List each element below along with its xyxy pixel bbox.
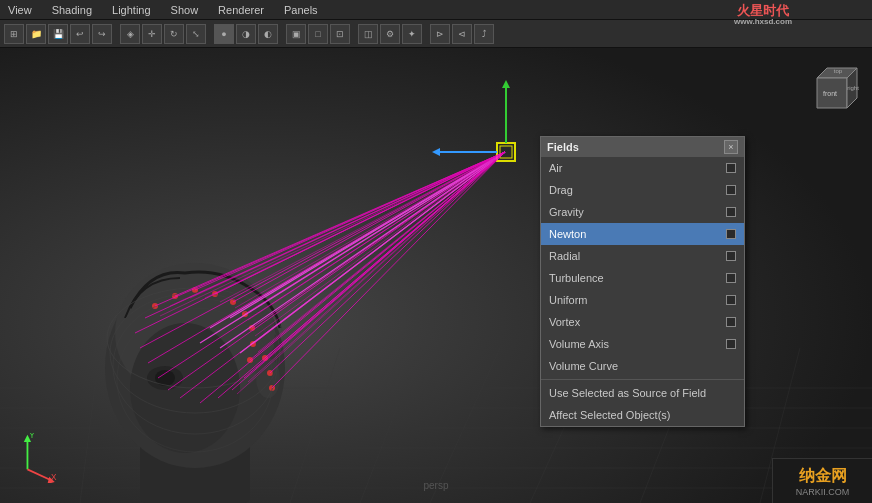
svg-text:right: right [847, 85, 859, 91]
fields-action-source[interactable]: Use Selected as Source of Field [541, 382, 744, 404]
toolbar-btn-scale[interactable]: ⤡ [186, 24, 206, 44]
toolbar-btn-paint[interactable]: ✦ [402, 24, 422, 44]
toolbar-btn-hide[interactable]: □ [308, 24, 328, 44]
fields-checkbox-gravity[interactable] [726, 207, 736, 217]
menu-panels[interactable]: Panels [280, 4, 322, 16]
fields-close-button[interactable]: × [724, 140, 738, 154]
menubar: View Shading Lighting Show Renderer Pane… [0, 0, 872, 20]
menu-show[interactable]: Show [167, 4, 203, 16]
viewport-3d[interactable]: Fields × Air Drag Gravity Newton Radial … [0, 48, 872, 503]
fields-item-drag[interactable]: Drag [541, 179, 744, 201]
brand-logo: 火星时代 www.hxsd.com [734, 4, 792, 27]
toolbar-btn-export[interactable]: ⊲ [452, 24, 472, 44]
toolbar-btn-rotate[interactable]: ↻ [164, 24, 184, 44]
svg-text:top: top [834, 68, 843, 74]
fields-checkbox-newton[interactable] [726, 229, 736, 239]
fields-checkbox-uniform[interactable] [726, 295, 736, 305]
fields-item-volume-curve[interactable]: Volume Curve [541, 355, 744, 377]
toolbar-btn-show[interactable]: ▣ [286, 24, 306, 44]
toolbar-btn-select[interactable]: ◈ [120, 24, 140, 44]
fields-dialog: Fields × Air Drag Gravity Newton Radial … [540, 136, 745, 427]
fields-checkbox-drag[interactable] [726, 185, 736, 195]
viewport-cube[interactable]: front right top [802, 58, 862, 118]
toolbar-btn-share[interactable]: ⤴ [474, 24, 494, 44]
fields-checkbox-turbulence[interactable] [726, 273, 736, 283]
menu-lighting[interactable]: Lighting [108, 4, 155, 16]
svg-text:Y: Y [29, 433, 35, 440]
svg-line-95 [27, 469, 51, 480]
toolbar-btn-cam[interactable]: ◐ [258, 24, 278, 44]
toolbar-btn-magnet[interactable]: ⚙ [380, 24, 400, 44]
fields-item-newton[interactable]: Newton [541, 223, 744, 245]
toolbar-btn-new[interactable]: ⊞ [4, 24, 24, 44]
toolbar-btn-undo[interactable]: ↩ [70, 24, 90, 44]
fields-checkbox-radial[interactable] [726, 251, 736, 261]
fields-item-air[interactable]: Air [541, 157, 744, 179]
fields-title: Fields [547, 141, 579, 153]
fields-item-gravity[interactable]: Gravity [541, 201, 744, 223]
fields-item-vortex[interactable]: Vortex [541, 311, 744, 333]
viewport-label: persp [423, 480, 448, 491]
svg-text:X: X [51, 473, 57, 482]
fields-item-volume-axis[interactable]: Volume Axis [541, 333, 744, 355]
nakji-logo-text: 纳金网 [799, 466, 847, 487]
menu-view[interactable]: View [4, 4, 36, 16]
axis-indicator: Y X [12, 433, 52, 483]
toolbar-btn-render[interactable]: ● [214, 24, 234, 44]
toolbar-btn-redo[interactable]: ↪ [92, 24, 112, 44]
fields-item-radial[interactable]: Radial [541, 245, 744, 267]
nakji-logo-sub: NARKII.COM [796, 487, 850, 497]
fields-action-affect[interactable]: Affect Selected Object(s) [541, 404, 744, 426]
fields-checkbox-vortex[interactable] [726, 317, 736, 327]
toolbar-btn-snap[interactable]: ◫ [358, 24, 378, 44]
toolbar-btn-import[interactable]: ⊳ [430, 24, 450, 44]
watermark-nakji: 纳金网 NARKII.COM [772, 458, 872, 503]
menu-shading[interactable]: Shading [48, 4, 96, 16]
fields-checkbox-volume-axis[interactable] [726, 339, 736, 349]
toolbar-btn-save[interactable]: 💾 [48, 24, 68, 44]
fields-separator [541, 379, 744, 380]
menu-renderer[interactable]: Renderer [214, 4, 268, 16]
toolbar-btn-render2[interactable]: ◑ [236, 24, 256, 44]
fields-titlebar: Fields × [541, 137, 744, 157]
fields-checkbox-air[interactable] [726, 163, 736, 173]
toolbar-btn-move[interactable]: ✛ [142, 24, 162, 44]
toolbar-btn-open[interactable]: 📁 [26, 24, 46, 44]
svg-text:front: front [823, 90, 837, 97]
fields-item-uniform[interactable]: Uniform [541, 289, 744, 311]
fields-item-turbulence[interactable]: Turbulence [541, 267, 744, 289]
toolbar-btn-wireframe[interactable]: ⊡ [330, 24, 350, 44]
